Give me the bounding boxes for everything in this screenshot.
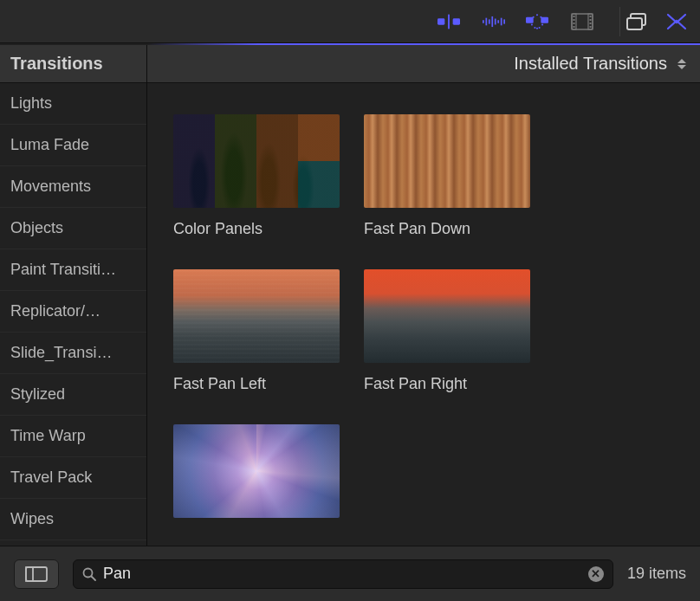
svg-rect-12 <box>541 16 548 23</box>
svg-rect-24 <box>574 16 575 17</box>
transition-item[interactable]: Fast Pan Left <box>173 269 340 393</box>
search-icon <box>82 567 96 581</box>
svg-rect-8 <box>497 20 499 23</box>
svg-rect-0 <box>438 18 444 24</box>
transition-label: Fast Pan Right <box>364 375 530 393</box>
top-toolbar <box>0 0 700 43</box>
svg-rect-28 <box>590 16 592 17</box>
svg-point-19 <box>539 26 541 28</box>
svg-rect-33 <box>627 18 642 29</box>
content-header[interactable]: Installed Transitions <box>147 45 700 83</box>
item-count-label: 19 items <box>627 565 686 583</box>
svg-point-16 <box>531 23 533 25</box>
svg-rect-2 <box>453 18 460 24</box>
svg-rect-1 <box>448 14 450 29</box>
sidebar-item[interactable]: Replicator/… <box>0 291 146 333</box>
svg-rect-6 <box>491 16 493 26</box>
svg-point-13 <box>536 14 538 16</box>
svg-point-15 <box>540 16 541 17</box>
svg-rect-34 <box>26 567 47 581</box>
svg-rect-5 <box>489 19 490 23</box>
filter-dropdown-label: Installed Transitions <box>514 54 667 74</box>
sidebar-item[interactable]: Wipes <box>0 499 146 540</box>
sidebar: Transitions LightsLuma FadeMovementsObje… <box>0 45 147 546</box>
windows-icon[interactable] <box>625 13 648 30</box>
sidebar-item[interactable]: Paint Transiti… <box>0 249 146 291</box>
transition-thumbnail <box>173 269 340 363</box>
transitions-browser-icon[interactable] <box>526 13 548 30</box>
svg-rect-31 <box>590 26 592 28</box>
timeline-trim-icon[interactable] <box>438 13 460 30</box>
content-area: Installed Transitions Color PanelsFast P… <box>147 45 700 546</box>
svg-rect-29 <box>590 19 592 21</box>
svg-rect-30 <box>590 23 592 24</box>
svg-point-18 <box>534 26 535 28</box>
sidebar-item[interactable]: Time Warp <box>0 416 146 457</box>
sidebar-item[interactable]: Travel Pack <box>0 457 146 499</box>
svg-rect-10 <box>503 19 505 23</box>
transition-label: Fast Pan Down <box>364 220 530 238</box>
svg-point-17 <box>541 23 543 25</box>
filmstrip-icon[interactable] <box>571 13 593 30</box>
svg-point-14 <box>533 16 535 17</box>
updown-caret-icon <box>676 59 688 69</box>
sidebar-item[interactable]: Objects <box>0 208 146 249</box>
transition-label: Fast Pan Left <box>173 375 340 393</box>
layout-toggle-button[interactable] <box>14 559 59 589</box>
transition-item[interactable] <box>173 424 340 530</box>
svg-line-37 <box>92 576 96 580</box>
footer-bar: ✕ 19 items <box>0 546 700 601</box>
transition-thumbnail <box>173 424 340 518</box>
clear-search-button[interactable]: ✕ <box>588 566 604 582</box>
transition-thumbnail <box>173 114 340 208</box>
svg-rect-4 <box>485 17 487 25</box>
transition-item[interactable]: Fast Pan Right <box>364 269 530 393</box>
svg-rect-35 <box>26 567 33 581</box>
svg-rect-21 <box>572 14 593 29</box>
transition-thumbnail <box>364 269 530 363</box>
svg-rect-11 <box>526 16 534 23</box>
svg-rect-3 <box>483 20 484 23</box>
sidebar-item[interactable]: Movements <box>0 166 146 208</box>
transition-thumbnail <box>364 114 530 208</box>
sidebar-item[interactable]: Luma Fade <box>0 125 146 166</box>
audio-waveform-icon[interactable] <box>483 13 505 30</box>
search-box: ✕ <box>73 559 613 589</box>
sidebar-item[interactable]: Lights <box>0 83 146 125</box>
transition-label: Color Panels <box>173 220 340 238</box>
svg-rect-27 <box>574 26 575 28</box>
transition-item[interactable]: Color Panels <box>173 114 340 238</box>
svg-rect-26 <box>574 23 575 24</box>
share-icon[interactable] <box>665 13 688 30</box>
search-input[interactable] <box>103 565 581 583</box>
svg-rect-25 <box>574 19 575 21</box>
svg-rect-7 <box>495 18 496 24</box>
transitions-grid: Color PanelsFast Pan DownFast Pan LeftFa… <box>147 83 700 546</box>
sidebar-item[interactable]: Stylized <box>0 374 146 416</box>
toolbar-divider <box>619 7 620 36</box>
svg-point-20 <box>536 27 538 29</box>
transition-item[interactable]: Fast Pan Down <box>364 114 530 238</box>
sidebar-item[interactable]: Slide_Transi… <box>0 333 146 374</box>
svg-rect-9 <box>501 17 502 25</box>
sidebar-title: Transitions <box>0 45 146 83</box>
